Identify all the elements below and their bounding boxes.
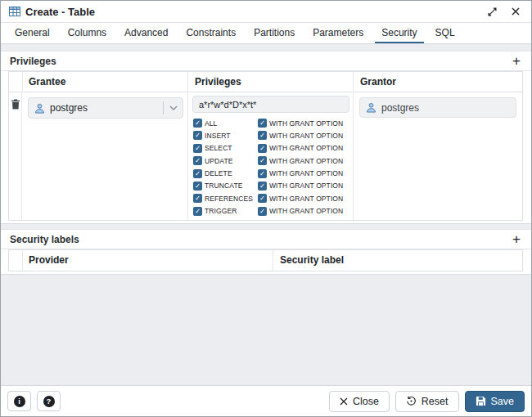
privilege-label: SELECT [205,144,232,152]
tab-constraints[interactable]: Constraints [179,23,242,43]
security-label-column-header: Security label [273,250,522,271]
close-icon[interactable] [508,6,523,17]
privilege-label: TRUNCATE [205,182,242,190]
grant-label: WITH GRANT OPTION [269,157,343,165]
tab-advanced[interactable]: Advanced [118,23,174,43]
privileges-header: Privileges + [1,52,531,71]
grantee-column-header: Grantee [22,72,188,92]
checkbox-grant-truncate[interactable] [258,182,267,191]
grant-label: WITH GRANT OPTION [269,195,343,203]
close-x-icon [340,397,348,406]
privileges-title: Privileges [10,56,56,67]
grantor-column-header: Grantor [354,72,522,92]
security-labels-header-row: Provider Security label [9,250,522,271]
grant-option-truncate: WITH GRANT OPTION [258,182,353,191]
tab-general[interactable]: General [8,23,56,43]
privilege-insert: INSERT [193,131,258,140]
chevron-down-icon[interactable] [169,105,178,110]
privilege-references: REFERENCES [193,194,258,203]
checkbox-all[interactable] [193,119,202,128]
tab-security[interactable]: Security [375,23,423,43]
grant-option-trigger: WITH GRANT OPTION [258,207,353,216]
provider-column-header: Provider [22,250,273,271]
grantee-cell: postgres [22,92,188,221]
security-labels-table: Provider Security label [8,249,523,271]
grant-option-references: WITH GRANT OPTION [258,194,353,203]
privilege-label: DELETE [205,169,232,177]
grantor-cell: postgres [354,92,522,221]
privilege-label: REFERENCES [205,195,253,203]
security-labels-header: Security labels + [1,230,531,249]
grant-label: WITH GRANT OPTION [269,132,343,140]
privilege-row: postgres ALL WITH GRANT OPTION INSE [9,92,522,221]
privilege-checkbox-grid: ALL WITH GRANT OPTION INSERT WITH GRANT … [193,119,353,216]
privilege-update: UPDATE [193,156,258,165]
select-separator [163,101,164,114]
privileges-header-row: Grantee Privileges Grantor [9,72,522,92]
grantor-value: postgres [381,102,419,114]
privilege-label: ALL [205,119,217,128]
tab-sql[interactable]: SQL [429,23,462,43]
add-privilege-button[interactable]: + [511,55,522,68]
checkbox-grant-update[interactable] [258,156,267,165]
grant-label: WITH GRANT OPTION [269,144,343,152]
trash-column-header [9,72,23,92]
tab-parameters[interactable]: Parameters [306,23,370,43]
privileges-panel: Privileges + Grantee Privileges Grantor [1,51,531,224]
dialog-body: Privileges + Grantee Privileges Grantor [1,44,531,385]
help-icon: ? [43,396,55,407]
privilege-label: TRIGGER [205,207,237,215]
sql-help-button[interactable]: i [7,391,31,411]
tab-partitions[interactable]: Partitions [247,23,301,43]
grantee-value: postgres [50,102,163,114]
checkbox-select[interactable] [193,144,202,153]
grant-label: WITH GRANT OPTION [269,207,343,215]
tab-bar: General Columns Advanced Constraints Par… [1,23,531,44]
checkbox-update[interactable] [193,156,202,165]
checkbox-trigger[interactable] [193,207,202,216]
privileges-string-input[interactable] [192,96,349,113]
privilege-truncate: TRUNCATE [193,182,258,191]
checkbox-grant-trigger[interactable] [258,207,267,216]
checkbox-insert[interactable] [193,131,202,140]
grant-option-all: WITH GRANT OPTION [258,119,353,128]
privileges-column-header: Privileges [188,72,354,92]
privilege-delete: DELETE [193,169,258,178]
privilege-label: UPDATE [205,157,232,165]
save-label: Save [491,396,515,407]
reset-icon [406,396,417,406]
checkbox-grant-all[interactable] [258,119,267,128]
checkbox-grant-select[interactable] [258,144,267,153]
grantee-select[interactable]: postgres [28,97,183,119]
expand-icon[interactable] [485,6,500,18]
checkbox-references[interactable] [193,194,202,203]
delete-row-icon[interactable] [11,99,20,112]
reset-label: Reset [422,396,449,407]
checkbox-grant-delete[interactable] [258,169,267,178]
privileges-table: Grantee Privileges Grantor [8,71,523,221]
grant-option-insert: WITH GRANT OPTION [258,131,353,140]
add-security-label-button[interactable]: + [511,233,522,246]
checkbox-grant-references[interactable] [258,194,267,203]
reset-button[interactable]: Reset [395,391,459,412]
grantor-field: postgres [359,97,516,118]
security-labels-title: Security labels [10,234,79,245]
save-floppy-icon [476,396,486,406]
checkbox-delete[interactable] [193,169,202,178]
user-icon [34,103,45,114]
privilege-label: INSERT [205,132,231,140]
save-button[interactable]: Save [465,391,525,412]
privileges-cell: ALL WITH GRANT OPTION INSERT WITH GRANT … [188,92,354,221]
tab-columns[interactable]: Columns [61,23,113,43]
checkbox-grant-insert[interactable] [258,131,267,140]
dialog-help-button[interactable]: ? [37,391,61,411]
privilege-select: SELECT [193,144,258,153]
close-button[interactable]: Close [329,391,390,412]
row-actions-cell [9,92,22,221]
grant-option-update: WITH GRANT OPTION [258,156,353,165]
user-icon [366,102,376,113]
checkbox-truncate[interactable] [193,182,202,191]
grant-label: WITH GRANT OPTION [269,169,343,177]
title-bar: Create - Table [1,1,531,23]
privilege-all: ALL [193,119,258,128]
